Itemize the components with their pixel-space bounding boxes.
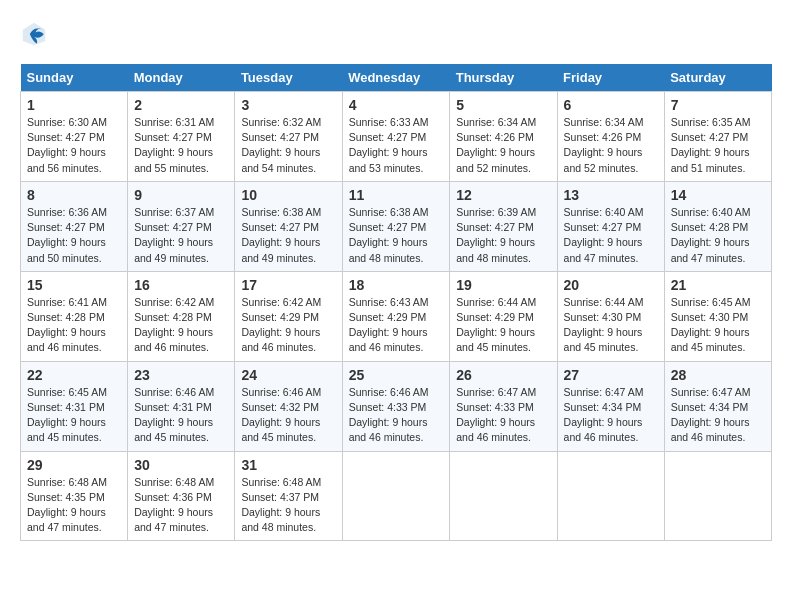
- col-header-tuesday: Tuesday: [235, 64, 342, 92]
- day-info: Sunrise: 6:43 AMSunset: 4:29 PMDaylight:…: [349, 296, 429, 354]
- week-row-4: 22 Sunrise: 6:45 AMSunset: 4:31 PMDaylig…: [21, 361, 772, 451]
- day-cell: 13 Sunrise: 6:40 AMSunset: 4:27 PMDaylig…: [557, 181, 664, 271]
- day-number: 9: [134, 187, 228, 203]
- logo: [20, 20, 52, 48]
- day-info: Sunrise: 6:46 AMSunset: 4:31 PMDaylight:…: [134, 386, 214, 444]
- day-number: 21: [671, 277, 765, 293]
- logo-icon: [20, 20, 48, 48]
- day-info: Sunrise: 6:48 AMSunset: 4:37 PMDaylight:…: [241, 476, 321, 534]
- header-row: SundayMondayTuesdayWednesdayThursdayFrid…: [21, 64, 772, 92]
- day-cell: 30 Sunrise: 6:48 AMSunset: 4:36 PMDaylig…: [128, 451, 235, 541]
- day-info: Sunrise: 6:34 AMSunset: 4:26 PMDaylight:…: [456, 116, 536, 174]
- day-info: Sunrise: 6:47 AMSunset: 4:34 PMDaylight:…: [671, 386, 751, 444]
- day-cell: 2 Sunrise: 6:31 AMSunset: 4:27 PMDayligh…: [128, 92, 235, 182]
- day-cell: [342, 451, 450, 541]
- day-info: Sunrise: 6:46 AMSunset: 4:33 PMDaylight:…: [349, 386, 429, 444]
- day-cell: 6 Sunrise: 6:34 AMSunset: 4:26 PMDayligh…: [557, 92, 664, 182]
- day-info: Sunrise: 6:36 AMSunset: 4:27 PMDaylight:…: [27, 206, 107, 264]
- day-number: 22: [27, 367, 121, 383]
- day-cell: 19 Sunrise: 6:44 AMSunset: 4:29 PMDaylig…: [450, 271, 557, 361]
- day-number: 20: [564, 277, 658, 293]
- day-info: Sunrise: 6:48 AMSunset: 4:36 PMDaylight:…: [134, 476, 214, 534]
- col-header-sunday: Sunday: [21, 64, 128, 92]
- day-number: 17: [241, 277, 335, 293]
- header: [20, 20, 772, 48]
- day-number: 16: [134, 277, 228, 293]
- day-number: 11: [349, 187, 444, 203]
- week-row-2: 8 Sunrise: 6:36 AMSunset: 4:27 PMDayligh…: [21, 181, 772, 271]
- day-cell: 21 Sunrise: 6:45 AMSunset: 4:30 PMDaylig…: [664, 271, 771, 361]
- col-header-wednesday: Wednesday: [342, 64, 450, 92]
- day-number: 4: [349, 97, 444, 113]
- day-cell: [557, 451, 664, 541]
- day-number: 26: [456, 367, 550, 383]
- day-info: Sunrise: 6:33 AMSunset: 4:27 PMDaylight:…: [349, 116, 429, 174]
- day-number: 29: [27, 457, 121, 473]
- week-row-5: 29 Sunrise: 6:48 AMSunset: 4:35 PMDaylig…: [21, 451, 772, 541]
- day-info: Sunrise: 6:31 AMSunset: 4:27 PMDaylight:…: [134, 116, 214, 174]
- day-info: Sunrise: 6:32 AMSunset: 4:27 PMDaylight:…: [241, 116, 321, 174]
- day-info: Sunrise: 6:35 AMSunset: 4:27 PMDaylight:…: [671, 116, 751, 174]
- day-info: Sunrise: 6:30 AMSunset: 4:27 PMDaylight:…: [27, 116, 107, 174]
- day-cell: 16 Sunrise: 6:42 AMSunset: 4:28 PMDaylig…: [128, 271, 235, 361]
- day-number: 3: [241, 97, 335, 113]
- day-cell: 27 Sunrise: 6:47 AMSunset: 4:34 PMDaylig…: [557, 361, 664, 451]
- day-cell: 17 Sunrise: 6:42 AMSunset: 4:29 PMDaylig…: [235, 271, 342, 361]
- day-number: 10: [241, 187, 335, 203]
- day-cell: 3 Sunrise: 6:32 AMSunset: 4:27 PMDayligh…: [235, 92, 342, 182]
- day-cell: 1 Sunrise: 6:30 AMSunset: 4:27 PMDayligh…: [21, 92, 128, 182]
- col-header-monday: Monday: [128, 64, 235, 92]
- day-number: 23: [134, 367, 228, 383]
- day-cell: 18 Sunrise: 6:43 AMSunset: 4:29 PMDaylig…: [342, 271, 450, 361]
- day-cell: 7 Sunrise: 6:35 AMSunset: 4:27 PMDayligh…: [664, 92, 771, 182]
- day-cell: 5 Sunrise: 6:34 AMSunset: 4:26 PMDayligh…: [450, 92, 557, 182]
- week-row-3: 15 Sunrise: 6:41 AMSunset: 4:28 PMDaylig…: [21, 271, 772, 361]
- day-info: Sunrise: 6:34 AMSunset: 4:26 PMDaylight:…: [564, 116, 644, 174]
- day-info: Sunrise: 6:42 AMSunset: 4:28 PMDaylight:…: [134, 296, 214, 354]
- day-cell: 22 Sunrise: 6:45 AMSunset: 4:31 PMDaylig…: [21, 361, 128, 451]
- day-info: Sunrise: 6:46 AMSunset: 4:32 PMDaylight:…: [241, 386, 321, 444]
- col-header-friday: Friday: [557, 64, 664, 92]
- day-info: Sunrise: 6:48 AMSunset: 4:35 PMDaylight:…: [27, 476, 107, 534]
- day-number: 31: [241, 457, 335, 473]
- day-cell: [664, 451, 771, 541]
- day-info: Sunrise: 6:41 AMSunset: 4:28 PMDaylight:…: [27, 296, 107, 354]
- col-header-thursday: Thursday: [450, 64, 557, 92]
- day-number: 25: [349, 367, 444, 383]
- day-info: Sunrise: 6:44 AMSunset: 4:29 PMDaylight:…: [456, 296, 536, 354]
- day-number: 8: [27, 187, 121, 203]
- day-cell: 31 Sunrise: 6:48 AMSunset: 4:37 PMDaylig…: [235, 451, 342, 541]
- day-number: 19: [456, 277, 550, 293]
- day-cell: 29 Sunrise: 6:48 AMSunset: 4:35 PMDaylig…: [21, 451, 128, 541]
- day-number: 27: [564, 367, 658, 383]
- day-cell: 11 Sunrise: 6:38 AMSunset: 4:27 PMDaylig…: [342, 181, 450, 271]
- day-info: Sunrise: 6:45 AMSunset: 4:30 PMDaylight:…: [671, 296, 751, 354]
- day-info: Sunrise: 6:38 AMSunset: 4:27 PMDaylight:…: [241, 206, 321, 264]
- day-info: Sunrise: 6:47 AMSunset: 4:34 PMDaylight:…: [564, 386, 644, 444]
- day-cell: 4 Sunrise: 6:33 AMSunset: 4:27 PMDayligh…: [342, 92, 450, 182]
- day-number: 1: [27, 97, 121, 113]
- calendar-table: SundayMondayTuesdayWednesdayThursdayFrid…: [20, 64, 772, 541]
- day-number: 12: [456, 187, 550, 203]
- day-number: 6: [564, 97, 658, 113]
- day-cell: 23 Sunrise: 6:46 AMSunset: 4:31 PMDaylig…: [128, 361, 235, 451]
- day-info: Sunrise: 6:37 AMSunset: 4:27 PMDaylight:…: [134, 206, 214, 264]
- day-cell: 25 Sunrise: 6:46 AMSunset: 4:33 PMDaylig…: [342, 361, 450, 451]
- day-number: 5: [456, 97, 550, 113]
- day-cell: 24 Sunrise: 6:46 AMSunset: 4:32 PMDaylig…: [235, 361, 342, 451]
- day-number: 14: [671, 187, 765, 203]
- day-cell: 10 Sunrise: 6:38 AMSunset: 4:27 PMDaylig…: [235, 181, 342, 271]
- day-cell: 14 Sunrise: 6:40 AMSunset: 4:28 PMDaylig…: [664, 181, 771, 271]
- day-info: Sunrise: 6:47 AMSunset: 4:33 PMDaylight:…: [456, 386, 536, 444]
- day-number: 24: [241, 367, 335, 383]
- day-info: Sunrise: 6:39 AMSunset: 4:27 PMDaylight:…: [456, 206, 536, 264]
- day-number: 18: [349, 277, 444, 293]
- day-cell: 12 Sunrise: 6:39 AMSunset: 4:27 PMDaylig…: [450, 181, 557, 271]
- day-cell: 15 Sunrise: 6:41 AMSunset: 4:28 PMDaylig…: [21, 271, 128, 361]
- day-number: 13: [564, 187, 658, 203]
- day-info: Sunrise: 6:42 AMSunset: 4:29 PMDaylight:…: [241, 296, 321, 354]
- day-number: 7: [671, 97, 765, 113]
- day-number: 15: [27, 277, 121, 293]
- day-number: 28: [671, 367, 765, 383]
- day-info: Sunrise: 6:40 AMSunset: 4:28 PMDaylight:…: [671, 206, 751, 264]
